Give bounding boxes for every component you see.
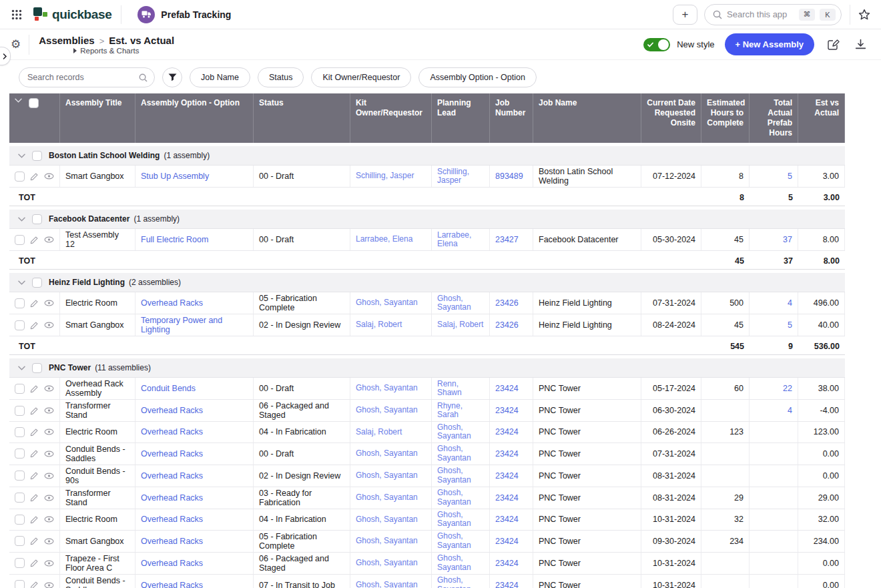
edit-record-icon[interactable]	[30, 537, 39, 545]
cell-option-link[interactable]: Overhead Racks	[141, 406, 203, 415]
group-checkbox[interactable]	[32, 151, 42, 161]
view-record-icon[interactable]	[44, 473, 54, 479]
view-record-icon[interactable]	[44, 322, 54, 328]
table-settings-gear-icon[interactable]: ⚙	[11, 39, 21, 50]
cell-kit_owner-link[interactable]: Ghosh, Sayantan	[356, 471, 418, 480]
cell-planning_lead-link[interactable]: Rhyne, Sarah	[437, 402, 484, 420]
cell-job_number-link[interactable]: 23424	[495, 406, 519, 415]
group-collapse-icon[interactable]	[18, 154, 25, 158]
row-checkbox[interactable]	[15, 471, 25, 481]
new-assembly-button[interactable]: + New Assembly	[725, 33, 814, 55]
cell-actual-link[interactable]: 4	[788, 406, 792, 415]
view-record-icon[interactable]	[44, 173, 54, 180]
cell-option-link[interactable]: Overhead Racks	[141, 581, 203, 588]
row-checkbox[interactable]	[15, 235, 25, 245]
select-all-checkbox[interactable]	[29, 98, 39, 108]
cell-job_number-link[interactable]: 23426	[495, 320, 519, 330]
view-record-icon[interactable]	[44, 538, 54, 545]
row-checkbox[interactable]	[15, 384, 25, 394]
app-switcher-icon[interactable]	[8, 6, 25, 23]
app-tab-prefab-tracking[interactable]: Prefab Tracking	[131, 6, 238, 23]
cell-kit_owner-link[interactable]: Schilling, Jasper	[356, 172, 414, 180]
view-record-icon[interactable]	[44, 495, 54, 501]
cell-actual-link[interactable]: 5	[788, 320, 792, 330]
cell-kit_owner-link[interactable]: Ghosh, Sayantan	[356, 449, 418, 458]
filter-pill-status[interactable]: Status	[258, 67, 304, 87]
edit-record-icon[interactable]	[30, 471, 39, 480]
cell-kit_owner-link[interactable]: Ghosh, Sayantan	[356, 384, 418, 392]
group-collapse-icon[interactable]	[18, 366, 25, 370]
cell-kit_owner-link[interactable]: Larrabee, Elena	[356, 235, 412, 244]
view-record-icon[interactable]	[44, 560, 54, 567]
row-checkbox[interactable]	[15, 558, 25, 568]
cell-kit_owner-link[interactable]: Ghosh, Sayantan	[356, 298, 418, 307]
column-header-estimated[interactable]: Estimated Hours to Complete	[701, 93, 750, 143]
view-record-icon[interactable]	[44, 582, 54, 588]
new-style-toggle[interactable]	[643, 38, 670, 51]
row-checkbox[interactable]	[15, 536, 25, 546]
filter-pill-kit-owner[interactable]: Kit Owner/Requestor	[311, 67, 411, 87]
cell-job_number-link[interactable]: 23424	[495, 515, 519, 524]
reports-charts-link[interactable]: Reports & Charts	[73, 47, 174, 55]
row-checkbox[interactable]	[15, 172, 25, 182]
cell-planning_lead-link[interactable]: Ghosh, Sayantan	[437, 489, 484, 507]
cell-planning_lead-link[interactable]: Ghosh, Sayantan	[437, 294, 484, 312]
filter-funnel-icon[interactable]	[162, 67, 182, 87]
records-search-input[interactable]: Search records	[19, 67, 155, 87]
cell-job_number-link[interactable]: 23424	[495, 449, 519, 459]
cell-actual-link[interactable]: 37	[783, 235, 792, 244]
group-checkbox[interactable]	[32, 214, 42, 224]
edit-record-icon[interactable]	[30, 428, 39, 436]
cell-option-link[interactable]: Overhead Racks	[141, 515, 203, 524]
group-collapse-icon[interactable]	[18, 280, 25, 285]
edit-record-icon[interactable]	[30, 449, 39, 458]
cell-option-link[interactable]: Overhead Racks	[141, 298, 203, 308]
edit-record-icon[interactable]	[30, 236, 39, 244]
cell-option-link[interactable]: Overhead Racks	[141, 559, 203, 568]
row-checkbox[interactable]	[15, 493, 25, 503]
edit-record-icon[interactable]	[30, 515, 39, 524]
row-checkbox[interactable]	[15, 427, 25, 437]
cell-job_number-link[interactable]: 23424	[495, 384, 519, 393]
cell-option-link[interactable]: Full Electric Room	[141, 235, 208, 244]
breadcrumb-table[interactable]: Assemblies	[39, 35, 94, 46]
cell-kit_owner-link[interactable]: Ghosh, Sayantan	[356, 581, 418, 588]
column-header-actual[interactable]: Total Actual Prefab Hours	[750, 93, 798, 143]
cell-planning_lead-link[interactable]: Renn, Shawn	[437, 380, 484, 398]
edit-record-icon[interactable]	[30, 384, 39, 393]
cell-planning_lead-link[interactable]: Ghosh, Sayantan	[437, 467, 484, 485]
view-record-icon[interactable]	[44, 236, 54, 243]
cell-job_number-link[interactable]: 23426	[495, 298, 519, 308]
cell-option-link[interactable]: Overhead Racks	[141, 493, 203, 503]
cell-planning_lead-link[interactable]: Ghosh, Sayantan	[437, 576, 484, 588]
column-header-job_name[interactable]: Job Name	[533, 93, 641, 143]
column-header-date[interactable]: Current Date Requested Onsite	[641, 93, 701, 143]
cell-actual-link[interactable]: 5	[788, 172, 792, 181]
cell-kit_owner-link[interactable]: Ghosh, Sayantan	[356, 559, 418, 567]
cell-planning_lead-link[interactable]: Ghosh, Sayantan	[437, 445, 484, 463]
cell-option-link[interactable]: Conduit Bends	[141, 384, 196, 393]
cell-job_number-link[interactable]: 23424	[495, 581, 519, 588]
cell-job_number-link[interactable]: 23424	[495, 537, 519, 546]
cell-planning_lead-link[interactable]: Salaj, Robert	[437, 320, 483, 329]
cell-job_number-link[interactable]: 893489	[495, 172, 523, 181]
favorite-star-icon[interactable]	[857, 9, 872, 21]
row-checkbox[interactable]	[15, 580, 25, 588]
edit-record-icon[interactable]	[30, 581, 39, 588]
quickbase-logo[interactable]: quickbase	[33, 7, 111, 22]
view-record-icon[interactable]	[44, 451, 54, 457]
edit-record-icon[interactable]	[30, 299, 39, 308]
cell-planning_lead-link[interactable]: Larrabee, Elena	[437, 231, 484, 249]
cell-option-link[interactable]: Overhead Racks	[141, 537, 203, 546]
filter-pill-assembly-option[interactable]: Assembly Option - Option	[418, 67, 536, 87]
cell-job_number-link[interactable]: 23424	[495, 493, 519, 503]
cell-option-link[interactable]: Overhead Racks	[141, 449, 203, 459]
edit-record-icon[interactable]	[30, 172, 39, 181]
edit-record-icon[interactable]	[30, 493, 39, 502]
cell-option-link[interactable]: Overhead Racks	[141, 471, 203, 481]
cell-planning_lead-link[interactable]: Schilling, Jasper	[437, 168, 484, 186]
column-header-est_vs_actual[interactable]: Est vs Actual	[798, 93, 845, 143]
row-checkbox[interactable]	[15, 515, 25, 525]
cell-planning_lead-link[interactable]: Ghosh, Sayantan	[437, 554, 484, 572]
cell-job_number-link[interactable]: 23424	[495, 559, 519, 568]
